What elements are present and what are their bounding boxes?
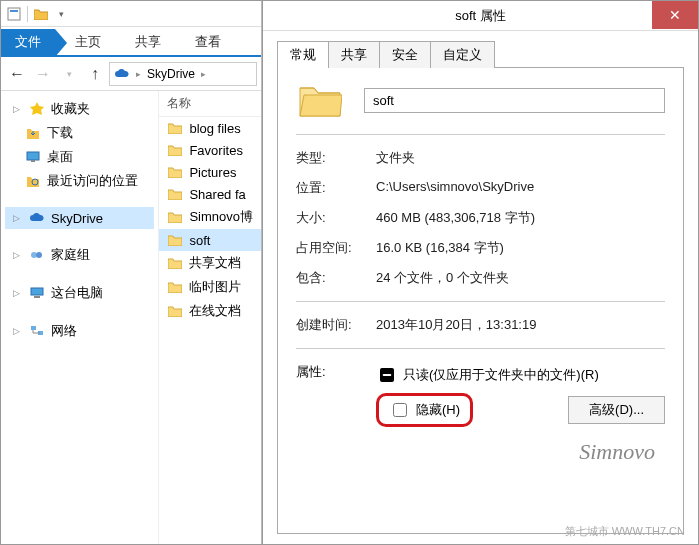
file-name: soft: [189, 233, 210, 248]
file-name: Simnovo博: [189, 208, 253, 226]
file-item[interactable]: soft: [159, 229, 261, 251]
tab-share[interactable]: 共享: [121, 29, 175, 55]
file-item[interactable]: Pictures: [159, 161, 261, 183]
value-contains: 24 个文件，0 个文件夹: [376, 269, 665, 287]
file-item[interactable]: 在线文档: [159, 299, 261, 323]
label-size: 大小:: [296, 209, 376, 227]
folder-name-input[interactable]: soft: [364, 88, 665, 113]
file-item[interactable]: 共享文档: [159, 251, 261, 275]
qat-separator: [27, 6, 28, 22]
folder-icon: [167, 303, 183, 319]
folder-large-icon: [296, 80, 344, 120]
explorer-body: ▷ 收藏夹 下载 桌面 最近访问的位置: [1, 91, 261, 544]
value-created: 2013年10月20日，13:31:19: [376, 316, 665, 334]
desktop-icon: [25, 149, 41, 165]
close-icon: ✕: [669, 7, 681, 23]
folder-icon: [167, 209, 183, 225]
nav-homegroup[interactable]: ▷ 家庭组: [5, 243, 154, 267]
column-header-name[interactable]: 名称: [159, 91, 261, 117]
file-name: Pictures: [189, 165, 236, 180]
explorer-window: ▾ 文件 主页 共享 查看 ← → ▾ ↑ ▸ SkyDrive ▸ ▷ 收藏: [1, 1, 262, 544]
file-name: 共享文档: [189, 254, 241, 272]
address-chevron-icon[interactable]: ▸: [201, 69, 206, 79]
highlighted-hidden-option: 隐藏(H): [376, 393, 473, 427]
svg-rect-8: [34, 296, 40, 298]
file-name: 临时图片: [189, 278, 241, 296]
file-name: blog files: [189, 121, 240, 136]
nav-skydrive[interactable]: ▷ SkyDrive: [5, 207, 154, 229]
tab-file[interactable]: 文件: [1, 29, 55, 55]
checkbox-hidden[interactable]: 隐藏(H): [389, 400, 460, 420]
new-folder-icon[interactable]: [32, 5, 50, 23]
hidden-checkbox-input[interactable]: [393, 403, 407, 417]
file-item[interactable]: 临时图片: [159, 275, 261, 299]
value-type: 文件夹: [376, 149, 665, 167]
label-created: 创建时间:: [296, 316, 376, 334]
tab-home[interactable]: 主页: [61, 29, 115, 55]
svg-point-6: [36, 252, 42, 258]
folder-icon: [167, 279, 183, 295]
address-segment[interactable]: SkyDrive: [147, 67, 195, 81]
file-item[interactable]: blog files: [159, 117, 261, 139]
label-type: 类型:: [296, 149, 376, 167]
nav-network[interactable]: ▷ 网络: [5, 319, 154, 343]
svg-rect-1: [10, 10, 18, 12]
svg-rect-7: [31, 288, 43, 295]
folder-icon: [167, 232, 183, 248]
network-icon: [29, 323, 45, 339]
nav-downloads[interactable]: 下载: [5, 121, 154, 145]
skydrive-icon: [29, 210, 45, 226]
address-field[interactable]: ▸ SkyDrive ▸: [109, 62, 257, 86]
value-ondisk: 16.0 KB (16,384 字节): [376, 239, 665, 257]
properties-tabs: 常规 共享 安全 自定义: [277, 41, 684, 68]
properties-titlebar: soft 属性 ✕: [263, 1, 698, 31]
file-item[interactable]: Shared fa: [159, 183, 261, 205]
downloads-icon: [25, 125, 41, 141]
computer-icon: [29, 285, 45, 301]
quick-access-toolbar: ▾: [5, 5, 70, 23]
close-button[interactable]: ✕: [652, 1, 698, 29]
folder-icon: [167, 164, 183, 180]
readonly-checkbox-input[interactable]: [380, 368, 394, 382]
tab-general[interactable]: 常规: [277, 41, 329, 68]
address-chevron-icon[interactable]: ▸: [136, 69, 141, 79]
label-attributes: 属性:: [296, 363, 376, 381]
tab-content-general: soft 类型:文件夹 位置:C:\Users\simnovo\SkyDrive…: [277, 68, 684, 534]
ribbon-tabs: 文件 主页 共享 查看: [1, 27, 261, 55]
svg-rect-0: [8, 8, 20, 20]
file-name: Shared fa: [189, 187, 245, 202]
file-item[interactable]: Simnovo博: [159, 205, 261, 229]
star-icon: [29, 101, 45, 117]
recent-icon: [25, 173, 41, 189]
file-name: 在线文档: [189, 302, 241, 320]
svg-rect-3: [31, 160, 35, 162]
nav-back-button[interactable]: ←: [5, 62, 29, 86]
nav-desktop[interactable]: 桌面: [5, 145, 154, 169]
value-size: 460 MB (483,306,718 字节): [376, 209, 665, 227]
folder-icon: [167, 186, 183, 202]
file-name: Favorites: [189, 143, 242, 158]
watermark-text: Simnovo: [579, 439, 655, 465]
navigation-pane: ▷ 收藏夹 下载 桌面 最近访问的位置: [1, 91, 158, 544]
explorer-titlebar: ▾: [1, 1, 261, 27]
properties-icon[interactable]: [5, 5, 23, 23]
nav-forward-button[interactable]: →: [31, 62, 55, 86]
advanced-button[interactable]: 高级(D)...: [568, 396, 665, 424]
tab-view[interactable]: 查看: [181, 29, 235, 55]
nav-favorites[interactable]: ▷ 收藏夹: [5, 97, 154, 121]
nav-up-button[interactable]: ↑: [83, 62, 107, 86]
label-contains: 包含:: [296, 269, 376, 287]
checkbox-readonly[interactable]: 只读(仅应用于文件夹中的文件)(R): [376, 363, 665, 387]
tab-customize[interactable]: 自定义: [430, 41, 495, 68]
nav-recent-chevron[interactable]: ▾: [57, 62, 81, 86]
nav-recent[interactable]: 最近访问的位置: [5, 169, 154, 193]
file-item[interactable]: Favorites: [159, 139, 261, 161]
skydrive-icon: [114, 66, 130, 82]
folder-icon: [167, 255, 183, 271]
nav-thispc[interactable]: ▷ 这台电脑: [5, 281, 154, 305]
folder-icon: [167, 142, 183, 158]
qat-customize-chevron[interactable]: ▾: [52, 5, 70, 23]
footer-attribution: 第七城市 WWW.TH7.CN: [565, 524, 685, 539]
tab-security[interactable]: 安全: [379, 41, 431, 68]
tab-sharing[interactable]: 共享: [328, 41, 380, 68]
